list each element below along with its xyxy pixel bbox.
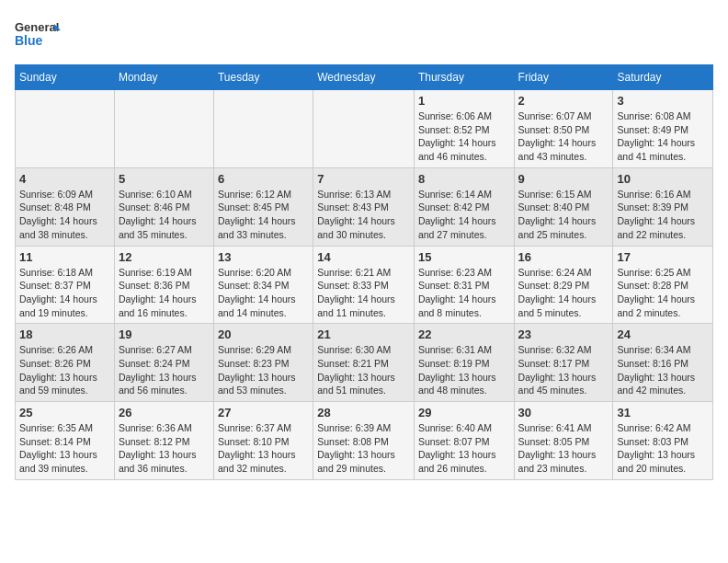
calendar-cell bbox=[114, 90, 213, 168]
day-number: 10 bbox=[617, 172, 709, 186]
day-info: Sunrise: 6:23 AMSunset: 8:31 PMDaylight:… bbox=[418, 266, 510, 320]
day-info: Sunrise: 6:27 AMSunset: 8:24 PMDaylight:… bbox=[119, 343, 210, 397]
day-info: Sunrise: 6:36 AMSunset: 8:12 PMDaylight:… bbox=[119, 421, 210, 476]
day-info: Sunrise: 6:21 AMSunset: 8:33 PMDaylight:… bbox=[317, 266, 410, 320]
day-number: 5 bbox=[119, 172, 210, 186]
calendar-cell: 25Sunrise: 6:35 AMSunset: 8:14 PMDayligh… bbox=[16, 402, 115, 480]
weekday-friday: Friday bbox=[514, 65, 613, 90]
calendar-cell: 5Sunrise: 6:10 AMSunset: 8:46 PMDaylight… bbox=[114, 167, 213, 246]
weekday-monday: Monday bbox=[114, 65, 213, 90]
calendar-cell: 15Sunrise: 6:23 AMSunset: 8:31 PMDayligh… bbox=[414, 246, 514, 324]
day-info: Sunrise: 6:26 AMSunset: 8:26 PMDaylight:… bbox=[19, 343, 110, 397]
calendar-cell bbox=[213, 90, 313, 168]
day-info: Sunrise: 6:31 AMSunset: 8:19 PMDaylight:… bbox=[418, 343, 510, 397]
day-info: Sunrise: 6:07 AMSunset: 8:50 PMDaylight:… bbox=[518, 109, 609, 164]
day-number: 22 bbox=[418, 327, 510, 341]
day-info: Sunrise: 6:29 AMSunset: 8:23 PMDaylight:… bbox=[218, 343, 309, 397]
day-info: Sunrise: 6:39 AMSunset: 8:08 PMDaylight:… bbox=[317, 421, 410, 476]
day-info: Sunrise: 6:30 AMSunset: 8:21 PMDaylight:… bbox=[317, 343, 410, 397]
day-info: Sunrise: 6:13 AMSunset: 8:43 PMDaylight:… bbox=[317, 188, 410, 242]
weekday-header-row: SundayMondayTuesdayWednesdayThursdayFrid… bbox=[16, 65, 713, 90]
day-number: 11 bbox=[19, 250, 110, 264]
calendar-cell: 6Sunrise: 6:12 AMSunset: 8:45 PMDaylight… bbox=[213, 167, 313, 246]
calendar-cell: 29Sunrise: 6:40 AMSunset: 8:07 PMDayligh… bbox=[414, 402, 514, 480]
calendar-cell: 8Sunrise: 6:14 AMSunset: 8:42 PMDaylight… bbox=[414, 167, 514, 246]
day-number: 2 bbox=[518, 94, 609, 108]
day-info: Sunrise: 6:37 AMSunset: 8:10 PMDaylight:… bbox=[218, 421, 309, 476]
day-info: Sunrise: 6:12 AMSunset: 8:45 PMDaylight:… bbox=[218, 188, 309, 242]
day-number: 27 bbox=[218, 406, 309, 419]
calendar-cell: 1Sunrise: 6:06 AMSunset: 8:52 PMDaylight… bbox=[414, 90, 514, 168]
day-number: 30 bbox=[518, 406, 609, 419]
calendar-cell bbox=[16, 90, 115, 168]
calendar-cell: 11Sunrise: 6:18 AMSunset: 8:37 PMDayligh… bbox=[16, 246, 115, 324]
day-number: 7 bbox=[317, 172, 410, 186]
calendar-body: 1Sunrise: 6:06 AMSunset: 8:52 PMDaylight… bbox=[16, 90, 713, 480]
calendar-cell: 14Sunrise: 6:21 AMSunset: 8:33 PMDayligh… bbox=[313, 246, 415, 324]
calendar-cell: 31Sunrise: 6:42 AMSunset: 8:03 PMDayligh… bbox=[613, 402, 713, 480]
day-info: Sunrise: 6:35 AMSunset: 8:14 PMDaylight:… bbox=[19, 421, 110, 476]
day-info: Sunrise: 6:10 AMSunset: 8:46 PMDaylight:… bbox=[119, 188, 210, 242]
calendar-cell: 3Sunrise: 6:08 AMSunset: 8:49 PMDaylight… bbox=[613, 90, 713, 168]
calendar-cell bbox=[313, 90, 415, 168]
day-info: Sunrise: 6:18 AMSunset: 8:37 PMDaylight:… bbox=[19, 266, 110, 320]
day-info: Sunrise: 6:08 AMSunset: 8:49 PMDaylight:… bbox=[617, 109, 709, 164]
day-number: 6 bbox=[218, 172, 309, 186]
day-number: 31 bbox=[617, 406, 709, 419]
day-number: 21 bbox=[317, 327, 410, 341]
calendar-cell: 26Sunrise: 6:36 AMSunset: 8:12 PMDayligh… bbox=[114, 402, 213, 480]
calendar-cell: 27Sunrise: 6:37 AMSunset: 8:10 PMDayligh… bbox=[213, 402, 313, 480]
week-row-5: 25Sunrise: 6:35 AMSunset: 8:14 PMDayligh… bbox=[16, 402, 713, 480]
day-number: 17 bbox=[617, 250, 709, 264]
calendar-cell: 23Sunrise: 6:32 AMSunset: 8:17 PMDayligh… bbox=[514, 324, 613, 402]
day-info: Sunrise: 6:25 AMSunset: 8:28 PMDaylight:… bbox=[617, 266, 709, 320]
day-number: 25 bbox=[19, 406, 110, 419]
calendar-cell: 17Sunrise: 6:25 AMSunset: 8:28 PMDayligh… bbox=[613, 246, 713, 324]
day-number: 16 bbox=[518, 250, 609, 264]
day-number: 20 bbox=[218, 327, 309, 341]
day-info: Sunrise: 6:20 AMSunset: 8:34 PMDaylight:… bbox=[218, 266, 309, 320]
calendar-cell: 30Sunrise: 6:41 AMSunset: 8:05 PMDayligh… bbox=[514, 402, 613, 480]
day-info: Sunrise: 6:16 AMSunset: 8:39 PMDaylight:… bbox=[617, 188, 709, 242]
logo-svg: General Blue bbox=[15, 15, 61, 53]
calendar-cell: 28Sunrise: 6:39 AMSunset: 8:08 PMDayligh… bbox=[313, 402, 415, 480]
day-number: 3 bbox=[617, 94, 709, 108]
day-number: 26 bbox=[119, 406, 210, 419]
day-info: Sunrise: 6:34 AMSunset: 8:16 PMDaylight:… bbox=[617, 343, 709, 397]
svg-text:Blue: Blue bbox=[15, 33, 43, 48]
day-number: 28 bbox=[317, 406, 410, 419]
day-info: Sunrise: 6:41 AMSunset: 8:05 PMDaylight:… bbox=[518, 421, 609, 476]
svg-text:General: General bbox=[15, 20, 59, 34]
weekday-sunday: Sunday bbox=[16, 65, 115, 90]
calendar-cell: 10Sunrise: 6:16 AMSunset: 8:39 PMDayligh… bbox=[613, 167, 713, 246]
day-number: 18 bbox=[19, 327, 110, 341]
week-row-2: 4Sunrise: 6:09 AMSunset: 8:48 PMDaylight… bbox=[16, 167, 713, 246]
calendar-cell: 20Sunrise: 6:29 AMSunset: 8:23 PMDayligh… bbox=[213, 324, 313, 402]
calendar-cell: 4Sunrise: 6:09 AMSunset: 8:48 PMDaylight… bbox=[16, 167, 115, 246]
logo: General Blue bbox=[15, 15, 61, 53]
day-info: Sunrise: 6:42 AMSunset: 8:03 PMDaylight:… bbox=[617, 421, 709, 476]
calendar-cell: 22Sunrise: 6:31 AMSunset: 8:19 PMDayligh… bbox=[414, 324, 514, 402]
day-info: Sunrise: 6:09 AMSunset: 8:48 PMDaylight:… bbox=[19, 188, 110, 242]
day-number: 24 bbox=[617, 327, 709, 341]
calendar-cell: 21Sunrise: 6:30 AMSunset: 8:21 PMDayligh… bbox=[313, 324, 415, 402]
day-number: 4 bbox=[19, 172, 110, 186]
week-row-4: 18Sunrise: 6:26 AMSunset: 8:26 PMDayligh… bbox=[16, 324, 713, 402]
weekday-wednesday: Wednesday bbox=[313, 65, 415, 90]
day-info: Sunrise: 6:24 AMSunset: 8:29 PMDaylight:… bbox=[518, 266, 609, 320]
calendar-cell: 2Sunrise: 6:07 AMSunset: 8:50 PMDaylight… bbox=[514, 90, 613, 168]
week-row-3: 11Sunrise: 6:18 AMSunset: 8:37 PMDayligh… bbox=[16, 246, 713, 324]
day-number: 9 bbox=[518, 172, 609, 186]
day-number: 23 bbox=[518, 327, 609, 341]
header: General Blue bbox=[15, 15, 713, 53]
day-number: 29 bbox=[418, 406, 510, 419]
day-info: Sunrise: 6:06 AMSunset: 8:52 PMDaylight:… bbox=[418, 109, 510, 164]
day-number: 12 bbox=[119, 250, 210, 264]
calendar-cell: 9Sunrise: 6:15 AMSunset: 8:40 PMDaylight… bbox=[514, 167, 613, 246]
calendar-cell: 18Sunrise: 6:26 AMSunset: 8:26 PMDayligh… bbox=[16, 324, 115, 402]
weekday-thursday: Thursday bbox=[414, 65, 514, 90]
day-number: 8 bbox=[418, 172, 510, 186]
day-info: Sunrise: 6:32 AMSunset: 8:17 PMDaylight:… bbox=[518, 343, 609, 397]
day-number: 14 bbox=[317, 250, 410, 264]
weekday-tuesday: Tuesday bbox=[213, 65, 313, 90]
